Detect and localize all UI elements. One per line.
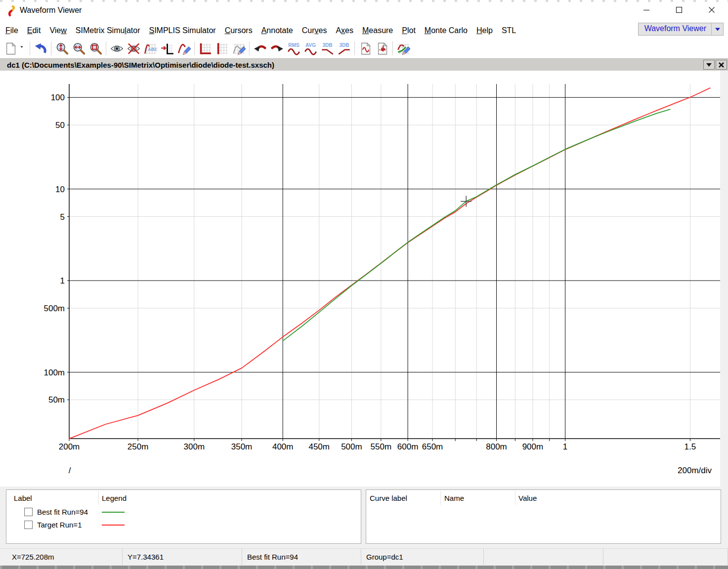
3db-lowpass-button[interactable]: 3DB — [319, 40, 336, 57]
menu-item-help[interactable]: Help — [472, 24, 497, 37]
undo-button[interactable] — [32, 40, 49, 57]
add-grid-button[interactable] — [214, 40, 230, 57]
toolbar-separator — [249, 41, 250, 55]
svg-text:100: 100 — [51, 93, 65, 102]
menu-item-annotate[interactable]: Annotate — [257, 24, 298, 37]
svg-text:600m: 600m — [397, 442, 419, 451]
svg-text:450m: 450m — [308, 442, 330, 451]
menu-item-stl[interactable]: STL — [497, 24, 520, 37]
svg-text:200m: 200m — [59, 442, 80, 451]
svg-text:1: 1 — [60, 276, 65, 285]
status-field-curve-name: Best fit Run=94 — [242, 549, 361, 566]
menu-item-simetrix-simulator[interactable]: SIMetrix Simulator — [71, 24, 145, 37]
app-logo-icon — [7, 5, 16, 17]
edit-graph-icon — [397, 42, 410, 55]
edit-axis-grid-button[interactable] — [230, 40, 247, 57]
menu-item-file[interactable]: File — [1, 24, 23, 37]
values-column-curve-label: Curve label — [370, 494, 407, 502]
zoom-box-button[interactable] — [87, 40, 104, 57]
svg-text:1.5: 1.5 — [685, 442, 696, 451]
close-icon — [719, 62, 724, 68]
graph-tab[interactable]: dc1 (C:\Documents\Examples-90\SIMetrix\O… — [0, 61, 274, 69]
maximize-icon — [676, 6, 683, 13]
svg-text:AVG: AVG — [305, 42, 315, 48]
new-graph-dropdown[interactable] — [19, 40, 28, 57]
edit-graph-button[interactable] — [395, 40, 412, 57]
menu-item-axes[interactable]: Axes — [331, 24, 358, 37]
svg-text:800m: 800m — [486, 442, 507, 451]
window-title: Waveform Viewer — [20, 6, 82, 15]
zoom-x-fit-icon — [72, 42, 86, 55]
move-curve-to-axis-button[interactable] — [159, 40, 175, 57]
previous-view-icon — [254, 42, 267, 55]
menu-item-cursors[interactable]: Cursors — [220, 24, 257, 37]
svg-text:500m: 500m — [43, 304, 65, 313]
show-curve-button[interactable] — [108, 40, 125, 57]
viewer-selector-label: Waveform Viewer — [639, 23, 711, 35]
toolbar-separator — [106, 41, 106, 55]
menu-item-view[interactable]: View — [45, 24, 71, 37]
tab-close-button[interactable] — [716, 60, 727, 70]
next-view-button[interactable] — [268, 40, 285, 57]
svg-text:900m: 900m — [522, 442, 544, 451]
rms-measure-button[interactable]: RMS — [285, 40, 302, 57]
toolbar-separator — [194, 41, 195, 55]
minimize-button[interactable] — [630, 0, 663, 20]
minimize-icon — [643, 6, 650, 13]
menu-item-curves[interactable]: Curves — [298, 24, 332, 37]
menu-item-measure[interactable]: Measure — [358, 24, 397, 37]
chart-right-margin — [720, 71, 728, 487]
waveform-chart[interactable]: 100501051500m100m50m200m250m300m350m400m… — [0, 71, 728, 487]
svg-text:ABC: ABC — [147, 46, 157, 52]
menu-item-simplis-simulator[interactable]: SIMPLIS Simulator — [145, 24, 220, 37]
hide-curve-icon — [127, 42, 140, 55]
tab-list-dropdown-button[interactable] — [703, 60, 715, 70]
menu-item-monte-carlo[interactable]: Monte Carlo — [420, 24, 472, 37]
add-axis-button[interactable] — [197, 40, 214, 57]
annotate-curve-button[interactable]: ABC — [142, 40, 159, 57]
viewer-selector[interactable]: Waveform Viewer — [638, 23, 724, 36]
legend-line-sample — [102, 525, 125, 526]
plot-spectrum-icon — [376, 42, 389, 55]
legend-curve-name: Best fit Run=94 — [37, 508, 88, 516]
waveform-plot-area[interactable]: 100501051500m100m50m200m250m300m350m400m… — [0, 71, 728, 487]
svg-text:650m: 650m — [422, 442, 443, 451]
menu-item-plot[interactable]: Plot — [397, 24, 420, 37]
avg-measure-button[interactable]: AVG — [302, 40, 319, 57]
legend-checkbox[interactable] — [24, 521, 33, 529]
avg-measure-icon: AVG — [304, 42, 317, 55]
edit-curve-icon — [177, 42, 191, 55]
hide-curve-button[interactable] — [125, 40, 142, 57]
plot-spectrum-button[interactable] — [374, 40, 390, 57]
show-curve-icon — [110, 42, 124, 55]
svg-text:10: 10 — [55, 185, 65, 194]
legend-checkbox[interactable] — [24, 508, 33, 516]
column-divider — [515, 491, 515, 505]
close-icon — [708, 6, 715, 13]
menu-item-edit[interactable]: Edit — [23, 24, 45, 37]
new-graph-button[interactable] — [2, 40, 19, 57]
toolbar-separator — [51, 41, 51, 55]
edit-curve-button[interactable] — [175, 40, 192, 57]
status-field-spare-1 — [484, 549, 603, 566]
3db-lowpass-icon: 3DB — [321, 42, 334, 55]
legend-column-legend: Legend — [102, 494, 127, 502]
svg-text:550m: 550m — [371, 442, 392, 451]
values-column-name: Name — [444, 494, 464, 502]
new-graph-icon — [4, 42, 17, 55]
plot-waveform-button[interactable] — [357, 40, 374, 57]
3db-highpass-button[interactable]: 3DB — [336, 40, 352, 57]
maximize-button[interactable] — [663, 0, 695, 20]
svg-text:50: 50 — [55, 121, 65, 130]
close-button[interactable] — [695, 0, 728, 20]
x-axis-scale-label: 200m/div — [678, 466, 712, 475]
zoom-x-fit-button[interactable] — [70, 40, 87, 57]
column-divider — [440, 491, 441, 505]
viewer-selector-arrow[interactable] — [711, 23, 723, 35]
add-grid-icon — [215, 42, 229, 55]
svg-text:300m: 300m — [184, 442, 205, 451]
statusbar: X=725.208mY=7.34361Best fit Run=94Group=… — [0, 548, 728, 566]
zoom-y-fit-button[interactable] — [53, 40, 70, 57]
new-graph-dropdown-icon — [20, 45, 26, 51]
previous-view-button[interactable] — [252, 40, 268, 57]
